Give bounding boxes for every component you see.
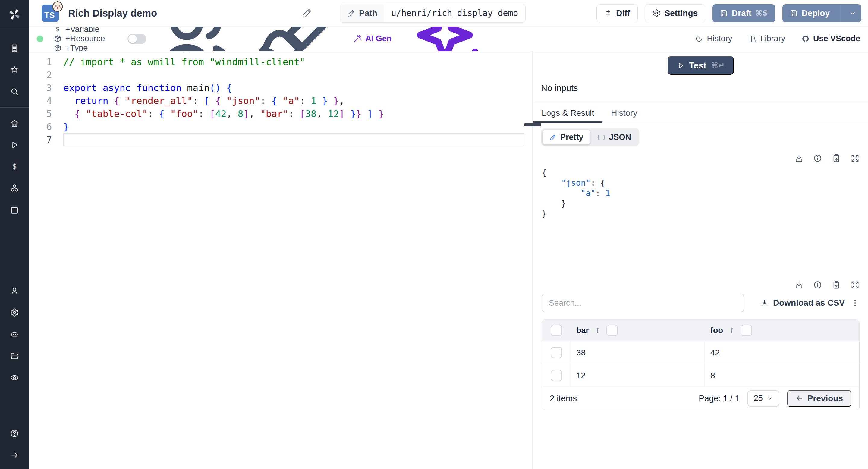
vscode-icon bbox=[801, 35, 809, 43]
edit-summary-pencil-icon[interactable] bbox=[302, 8, 312, 19]
sidebar-item-cubes[interactable] bbox=[0, 178, 29, 199]
code-line-content[interactable]: return { "render_all": [ { "json": { "a"… bbox=[63, 94, 524, 107]
arrow-left-icon bbox=[796, 395, 803, 402]
history-icon bbox=[695, 35, 703, 43]
page-size-select[interactable]: 25 bbox=[747, 390, 779, 407]
deploy-button[interactable]: Deploy bbox=[782, 4, 861, 22]
path-label-section: Path bbox=[340, 4, 384, 22]
expand-icon-button[interactable] bbox=[850, 154, 860, 163]
view-json-button[interactable]: { } JSON bbox=[590, 130, 638, 145]
checkbox[interactable] bbox=[551, 370, 562, 381]
code-line-content[interactable]: } bbox=[63, 120, 524, 133]
column-header-bar[interactable]: bar bbox=[571, 320, 705, 341]
package-icon bbox=[54, 35, 62, 43]
column-header-foo[interactable]: foo bbox=[705, 320, 859, 341]
sidebar-item-search[interactable] bbox=[0, 81, 29, 102]
download-csv-button[interactable]: Download as CSV bbox=[761, 298, 845, 308]
line-number: 7 bbox=[29, 133, 63, 146]
download-icon-button[interactable] bbox=[795, 280, 804, 289]
tab-logs-and-result[interactable]: Logs & Result bbox=[533, 103, 602, 123]
path-value[interactable]: u/henri/rich_display_demo bbox=[384, 4, 525, 22]
search-input[interactable] bbox=[541, 293, 744, 312]
resource-button[interactable]: +Resource bbox=[54, 34, 113, 43]
diff-button[interactable]: Diff bbox=[596, 4, 638, 22]
panel-resize-handle[interactable] bbox=[524, 123, 541, 126]
sort-icon[interactable] bbox=[728, 326, 736, 334]
sidebar-item-dollar[interactable]: $ bbox=[0, 156, 29, 178]
code-line-content[interactable] bbox=[63, 68, 524, 82]
sidebar-item-eye[interactable] bbox=[0, 367, 29, 388]
code-line-content[interactable]: { "table-col": { "foo": [42, 8], "bar": … bbox=[63, 107, 524, 120]
page-size-value: 25 bbox=[754, 394, 763, 403]
settings-button[interactable]: Settings bbox=[645, 4, 705, 22]
star-icon bbox=[10, 65, 19, 74]
sidebar-item-person[interactable] bbox=[0, 280, 29, 302]
pretty-label: Pretty bbox=[560, 133, 584, 142]
kebab-menu-icon[interactable] bbox=[850, 299, 860, 307]
clipboard-icon-button[interactable] bbox=[832, 280, 841, 289]
table-row[interactable]: 3842 bbox=[542, 341, 859, 364]
checkbox[interactable] bbox=[607, 324, 618, 336]
expand-icon-button[interactable] bbox=[850, 280, 860, 289]
draft-shortcut: ⌘S bbox=[755, 9, 768, 18]
sidebar-item-folder[interactable] bbox=[0, 345, 29, 367]
code-line-1: 1// import * as wmill from "windmill-cli… bbox=[29, 56, 532, 68]
checkbox[interactable] bbox=[551, 347, 562, 358]
sidebar-item-question[interactable] bbox=[0, 423, 29, 444]
emoji-face-icon bbox=[52, 0, 64, 12]
info-icon-button[interactable] bbox=[813, 154, 822, 163]
checkbox[interactable] bbox=[741, 324, 752, 336]
sidebar-item-home[interactable] bbox=[0, 113, 29, 134]
sidebar-item-play[interactable] bbox=[0, 134, 29, 156]
sidebar-item-calendar[interactable] bbox=[0, 199, 29, 221]
windmill-logo[interactable] bbox=[0, 0, 29, 29]
sidebar-item-robot[interactable] bbox=[0, 323, 29, 345]
assistant-toggle[interactable] bbox=[127, 34, 146, 44]
toolbar-button-label: History bbox=[707, 34, 732, 43]
table-cell: 42 bbox=[705, 341, 859, 364]
code-editor[interactable]: 1// import * as wmill from "windmill-cli… bbox=[29, 51, 532, 469]
windmill-script-editor: $ TS Rich Dis bbox=[0, 0, 868, 469]
deploy-label: Deploy bbox=[802, 8, 830, 18]
sidebar-item-gear[interactable] bbox=[0, 302, 29, 323]
path-label: Path bbox=[359, 8, 377, 18]
ai-gen-button[interactable]: AI Gen bbox=[353, 34, 392, 43]
dollar-icon: $ bbox=[10, 162, 19, 171]
ai-gen-label: AI Gen bbox=[365, 34, 392, 43]
table-header: barfoo bbox=[542, 320, 859, 341]
code-line-content[interactable]: export async function main() { bbox=[63, 82, 524, 94]
draft-button[interactable]: Draft ⌘S bbox=[712, 4, 775, 22]
table-row[interactable]: 128 bbox=[542, 364, 859, 387]
library-button[interactable]: Library bbox=[748, 34, 785, 43]
result-table: barfoo 3842128 2 items Page: 1 / 1 25 bbox=[541, 319, 860, 410]
deploy-dropdown-button[interactable] bbox=[844, 4, 861, 22]
test-shortcut: ⌘↵ bbox=[711, 61, 725, 70]
info-icon-button[interactable] bbox=[813, 280, 822, 289]
sidebar-item-arrow-right[interactable] bbox=[0, 444, 29, 466]
use-vscode-button[interactable]: Use VScode bbox=[801, 34, 860, 43]
history-button[interactable]: History bbox=[695, 34, 732, 43]
script-path-field[interactable]: Path u/henri/rich_display_demo bbox=[340, 4, 526, 23]
search-icon bbox=[10, 87, 19, 96]
tab-history-label: History bbox=[611, 108, 637, 118]
svg-text:{ }: { } bbox=[597, 134, 606, 140]
play-icon bbox=[676, 61, 684, 70]
test-button[interactable]: Test ⌘↵ bbox=[667, 56, 734, 75]
sidebar-item-building[interactable] bbox=[0, 37, 29, 59]
package-icon bbox=[54, 44, 62, 52]
test-zone: Test ⌘↵ No inputs bbox=[533, 51, 868, 103]
clipboard-icon-button[interactable] bbox=[832, 154, 841, 163]
checkbox[interactable] bbox=[551, 324, 562, 336]
table-footer: 2 items Page: 1 / 1 25 bbox=[542, 387, 859, 410]
sort-icon[interactable] bbox=[594, 326, 601, 334]
svg-text:$: $ bbox=[12, 162, 17, 170]
view-pretty-button[interactable]: Pretty bbox=[542, 130, 590, 145]
previous-page-button[interactable]: Previous bbox=[787, 390, 851, 407]
code-line-content[interactable] bbox=[63, 133, 524, 146]
sidebar-item-star[interactable] bbox=[0, 59, 29, 81]
tab-history[interactable]: History bbox=[602, 103, 646, 123]
code-line-2: 2 bbox=[29, 68, 532, 82]
code-line-content[interactable]: // import * as wmill from "windmill-clie… bbox=[63, 56, 524, 68]
app-sidebar: $ bbox=[0, 0, 29, 469]
download-icon-button[interactable] bbox=[795, 154, 804, 163]
